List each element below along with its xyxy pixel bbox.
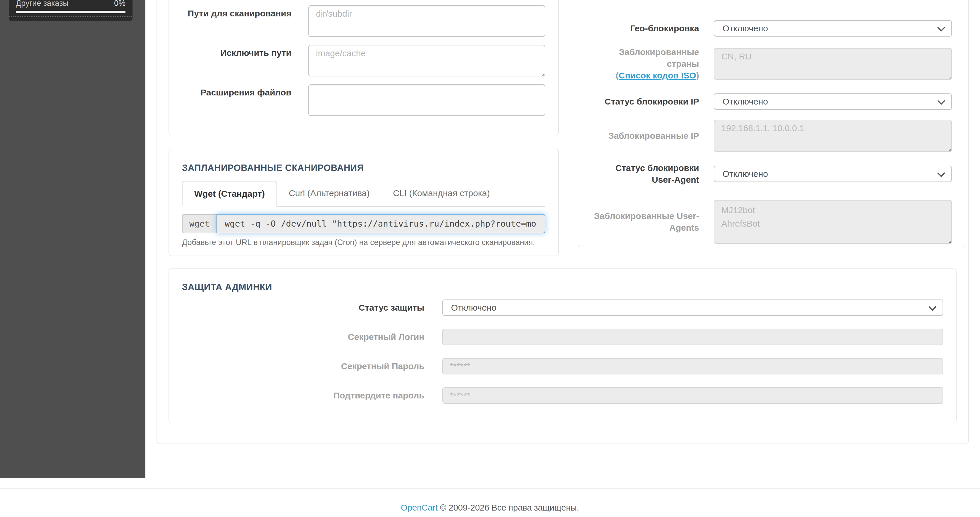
geo-blocking-value: Отключено bbox=[722, 24, 768, 34]
chevron-down-icon bbox=[929, 303, 936, 311]
copyright-text: © 2009-2026 Все права защищены. bbox=[440, 503, 579, 512]
iso-codes-link[interactable]: Список кодов ISO bbox=[619, 70, 696, 80]
protection-status-label: Статус защиты bbox=[182, 302, 425, 314]
ip-block-status-label: Статус блокировки IP bbox=[591, 96, 699, 107]
opencart-link[interactable]: OpenCart bbox=[401, 503, 438, 512]
blocked-countries-textarea[interactable] bbox=[714, 48, 952, 80]
secret-login-input[interactable] bbox=[442, 329, 943, 345]
file-extensions-textarea[interactable] bbox=[308, 84, 545, 116]
file-extensions-label: Расширения файлов bbox=[182, 84, 291, 98]
footer: OpenCart © 2009-2026 Все права защищены. bbox=[0, 503, 980, 512]
chevron-down-icon bbox=[937, 169, 945, 177]
divider bbox=[10, 16, 132, 17]
ip-block-status-select[interactable]: Отключено bbox=[714, 93, 952, 110]
scheduled-scans-card: ЗАПЛАНИРОВАННЫЕ СКАНИРОВАНИЯ Wget (Станд… bbox=[169, 149, 559, 256]
secret-password-label: Секретный Пароль bbox=[182, 361, 425, 372]
progress-bar bbox=[16, 11, 126, 13]
scan-paths-textarea[interactable] bbox=[308, 5, 545, 37]
blocked-ips-textarea[interactable] bbox=[714, 120, 952, 152]
tab-wget[interactable]: Wget (Стандарт) bbox=[182, 181, 277, 207]
exclude-paths-label: Исключить пути bbox=[182, 45, 291, 59]
blocked-user-agents-textarea[interactable] bbox=[714, 200, 952, 244]
stat-label: Другие заказы bbox=[16, 0, 68, 8]
chevron-down-icon bbox=[937, 24, 945, 32]
sidebar: Другие заказы 0% bbox=[0, 0, 145, 478]
protection-status-value: Отключено bbox=[451, 303, 496, 313]
exclude-paths-textarea[interactable] bbox=[308, 45, 545, 77]
protection-status-select[interactable]: Отключено bbox=[442, 300, 943, 316]
order-stats-panel: Другие заказы 0% bbox=[9, 0, 132, 21]
cron-command-input[interactable] bbox=[216, 214, 545, 233]
stat-percent: 0% bbox=[114, 0, 126, 8]
scheduled-scans-title: ЗАПЛАНИРОВАННЫЕ СКАНИРОВАНИЯ bbox=[182, 162, 545, 174]
geo-blocking-label: Гео-блокировка bbox=[591, 22, 699, 34]
user-agent-block-status-select[interactable]: Отключено bbox=[714, 166, 952, 182]
admin-protection-title: ЗАЩИТА АДМИНКИ bbox=[182, 281, 943, 293]
scan-paths-label: Пути для сканирования bbox=[182, 5, 291, 19]
tab-curl[interactable]: Curl (Альтернатива) bbox=[277, 181, 381, 206]
secret-login-label: Секретный Логин bbox=[182, 331, 425, 343]
blocked-ips-label: Заблокированные IP bbox=[591, 130, 699, 142]
chevron-down-icon bbox=[937, 97, 945, 105]
user-agent-block-status-value: Отключено bbox=[722, 169, 768, 179]
user-agent-block-status-label: Статус блокировки User-Agent bbox=[591, 162, 699, 186]
blocked-user-agents-label: Заблокированные User-Agents bbox=[591, 210, 699, 234]
blocked-countries-label: Заблокированные страны (Список кодов ISO… bbox=[591, 46, 699, 81]
scan-paths-card: Пути для сканирования Исключить пути Рас… bbox=[169, 0, 559, 135]
footer-divider bbox=[0, 488, 980, 488]
cron-command-group: wget bbox=[182, 214, 545, 233]
blocking-card: Гео-блокировка Отключено Заблокированные… bbox=[578, 0, 966, 247]
schedule-tabs: Wget (Стандарт) Curl (Альтернатива) CLI … bbox=[182, 181, 545, 207]
secret-password-input[interactable] bbox=[442, 358, 943, 375]
confirm-password-label: Подтвердите пароль bbox=[182, 389, 425, 401]
confirm-password-input[interactable] bbox=[442, 387, 943, 404]
admin-protection-card: ЗАЩИТА АДМИНКИ Статус защиты Отключено С… bbox=[169, 268, 956, 423]
tab-cli[interactable]: CLI (Командная строка) bbox=[381, 181, 501, 206]
cron-help-text: Добавьте этот URL в планировщик задач (C… bbox=[182, 238, 545, 247]
ip-block-status-value: Отключено bbox=[722, 97, 768, 107]
geo-blocking-select[interactable]: Отключено bbox=[714, 20, 952, 37]
wget-addon: wget bbox=[182, 214, 216, 233]
